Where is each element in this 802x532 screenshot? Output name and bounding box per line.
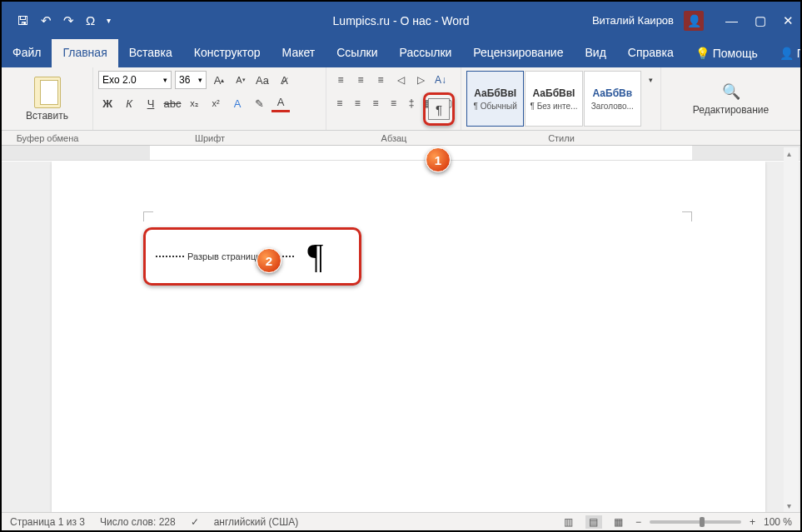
zoom-slider[interactable] [650, 520, 741, 524]
close-icon[interactable]: ✕ [783, 13, 794, 28]
margin-corner-tr [682, 211, 692, 221]
ruler[interactable] [2, 146, 800, 161]
font-size-combo[interactable]: 36▾ [175, 71, 207, 89]
avatar[interactable]: 👤 [684, 11, 704, 31]
paragraph-group-label: Абзац [326, 131, 461, 145]
increase-indent-button[interactable]: ▷ [411, 71, 430, 89]
omega-icon[interactable]: Ω [86, 13, 95, 27]
clipboard-group-label: Буфер обмена [2, 131, 93, 145]
numbering-button[interactable]: ≡ [351, 71, 370, 89]
bulb-icon: 💡 [695, 47, 710, 60]
tab-help[interactable]: Справка [617, 39, 685, 67]
view-print-button[interactable]: ▤ [585, 515, 602, 529]
page-break-dots-left [156, 256, 184, 257]
justify-button[interactable]: ≡ [386, 94, 402, 112]
paste-label[interactable]: Вставить [26, 110, 68, 122]
tab-insert[interactable]: Вставка [118, 39, 183, 67]
ribbon: Вставить Exo 2.0▾ 36▾ A▴ A▾ Aa A̷ Ж К Ч … [2, 67, 800, 131]
group-clipboard: Вставить [2, 67, 93, 130]
align-left-button[interactable]: ≡ [331, 94, 348, 112]
italic-button[interactable]: К [120, 94, 138, 112]
style-normal[interactable]: АаБбВвІ ¶ Обычный [466, 71, 524, 127]
bullets-button[interactable]: ≡ [331, 71, 350, 89]
margin-corner-tl [143, 211, 153, 221]
tab-view[interactable]: Вид [574, 39, 616, 67]
clear-formatting-button[interactable]: A̷ [275, 71, 293, 89]
find-icon[interactable]: 🔍 [722, 82, 740, 101]
status-page[interactable]: Страница 1 из 3 [10, 516, 85, 528]
styles-more-icon[interactable]: ▾ [642, 71, 660, 89]
zoom-out-button[interactable]: − [635, 516, 641, 528]
text-effects-button[interactable]: A [228, 94, 247, 112]
style-heading1[interactable]: АаБбВв Заголово... [584, 71, 641, 127]
chevron-down-icon: ▾ [163, 76, 167, 84]
zoom-in-button[interactable]: + [750, 516, 755, 528]
grow-font-button[interactable]: A▴ [210, 71, 228, 89]
strikethrough-button[interactable]: abc [163, 94, 182, 112]
group-styles: АаБбВвІ ¶ Обычный АаБбВвІ ¶ Без инте... … [461, 67, 661, 130]
ribbon-group-labels: Буфер обмена Шрифт Абзац Стили [2, 131, 800, 146]
font-name-combo[interactable]: Exo 2.0▾ [98, 71, 172, 89]
save-icon[interactable]: 🖫 [17, 13, 29, 27]
multilevel-list-button[interactable]: ≡ [371, 71, 390, 89]
annotation-highlight-pilcrow: ¶ [423, 92, 455, 126]
align-right-button[interactable]: ≡ [367, 94, 384, 112]
status-bar: Страница 1 из 3 Число слов: 228 ✓ англий… [2, 512, 800, 530]
decrease-indent-button[interactable]: ◁ [391, 71, 410, 89]
style-no-spacing[interactable]: АаБбВвІ ¶ Без инте... [525, 71, 582, 127]
editing-label[interactable]: Редактирование [693, 104, 769, 116]
vertical-scrollbar[interactable] [784, 147, 799, 512]
tab-layout[interactable]: Макет [271, 39, 326, 67]
page[interactable] [52, 162, 765, 512]
document-area [2, 162, 800, 512]
tab-design[interactable]: Конструктор [183, 39, 271, 67]
maximize-icon[interactable]: ▢ [755, 13, 766, 28]
show-hide-pilcrow-button[interactable]: ¶ [428, 98, 450, 120]
highlight-button[interactable]: ✎ [250, 94, 268, 112]
bold-button[interactable]: Ж [98, 94, 117, 112]
group-font: Exo 2.0▾ 36▾ A▴ A▾ Aa A̷ Ж К Ч abc x₂ x²… [93, 67, 326, 130]
zoom-level[interactable]: 100 % [764, 516, 792, 528]
page-break-text: Разрыв страницы [184, 251, 266, 261]
change-case-button[interactable]: Aa [253, 71, 271, 89]
minimize-icon[interactable]: — [725, 13, 738, 28]
align-center-button[interactable]: ≡ [350, 94, 366, 112]
ribbon-tabs: Файл Главная Вставка Конструктор Макет С… [2, 39, 800, 67]
annotation-callout-2: 2 [257, 248, 281, 273]
underline-button[interactable]: Ч [142, 94, 160, 112]
superscript-button[interactable]: x² [207, 94, 225, 112]
document-title: Lumpics.ru - О нас - Word [333, 14, 470, 27]
font-color-button[interactable]: A [271, 94, 290, 112]
title-bar: 🖫 ↶ ↷ Ω ▾ Lumpics.ru - О нас - Word Вита… [2, 2, 800, 39]
annotation-callout-1: 1 [426, 147, 451, 172]
paste-icon[interactable] [34, 77, 61, 108]
subscript-button[interactable]: x₂ [185, 94, 203, 112]
qat-dropdown-icon[interactable]: ▾ [107, 16, 111, 25]
view-read-button[interactable]: ▥ [560, 515, 577, 529]
tab-review[interactable]: Рецензирование [462, 39, 574, 67]
annotation-page-break: Разрыв страницы ¶ [143, 227, 361, 286]
sort-button[interactable]: A↓ [431, 71, 450, 89]
share-button[interactable]: 👤Поделиться [769, 39, 802, 67]
chevron-down-icon: ▾ [198, 76, 202, 84]
shrink-font-button[interactable]: A▾ [232, 71, 250, 89]
user-name[interactable]: Виталий Каиров [592, 14, 674, 27]
font-group-label: Шрифт [93, 131, 326, 145]
tab-file[interactable]: Файл [2, 39, 52, 67]
redo-icon[interactable]: ↷ [63, 13, 74, 28]
styles-group-label: Стили [461, 131, 661, 145]
status-words[interactable]: Число слов: 228 [100, 516, 176, 528]
line-spacing-button[interactable]: ‡ [403, 94, 420, 112]
pilcrow-icon: ¶ [307, 239, 323, 274]
status-language[interactable]: английский (США) [214, 516, 298, 528]
spellcheck-icon[interactable]: ✓ [191, 516, 199, 528]
tab-references[interactable]: Ссылки [326, 39, 388, 67]
view-web-button[interactable]: ▦ [610, 515, 627, 529]
undo-icon[interactable]: ↶ [41, 13, 52, 28]
group-editing: 🔍 Редактирование [661, 67, 800, 130]
tab-home[interactable]: Главная [52, 39, 117, 67]
tab-mailings[interactable]: Рассылки [389, 39, 463, 67]
tellme-button[interactable]: 💡Помощь [685, 39, 769, 67]
share-icon: 👤 [780, 47, 794, 60]
